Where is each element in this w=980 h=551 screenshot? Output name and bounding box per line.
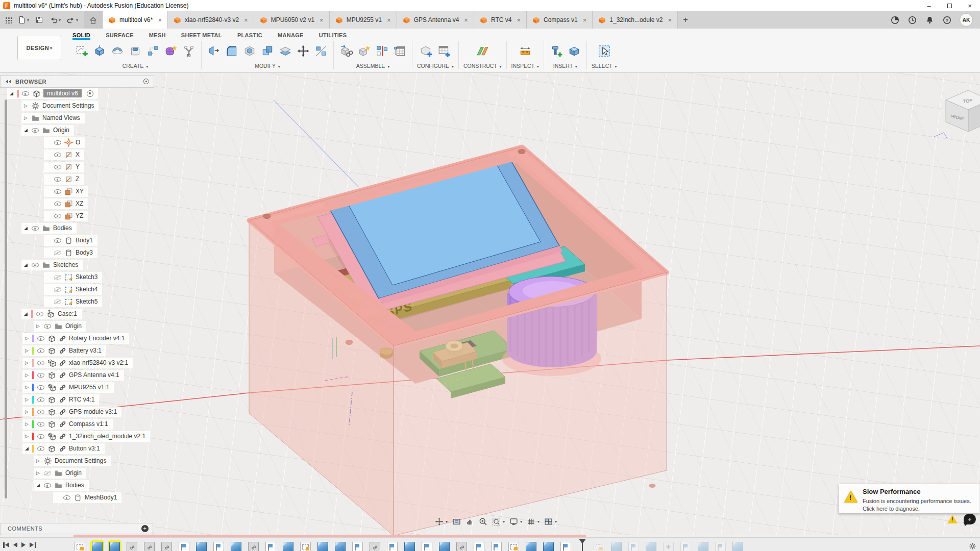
close-button[interactable]: × — [960, 0, 980, 11]
browser-item-label[interactable]: Body1 — [76, 237, 93, 244]
pipe-button[interactable] — [181, 42, 197, 60]
profile-avatar[interactable]: AK — [960, 13, 973, 27]
browser-item-label[interactable]: Compass v1:1 — [69, 420, 108, 428]
timeline-settings-gear-icon[interactable] — [969, 542, 976, 550]
browser-item-label[interactable]: Origin — [53, 127, 69, 134]
timeline-feature-flag-icon[interactable] — [628, 542, 639, 551]
measure-button[interactable] — [518, 42, 533, 60]
redo-icon[interactable]: ▾ — [65, 13, 80, 27]
timeline-feature-extrude-icon[interactable] — [231, 542, 241, 551]
browser-item-label[interactable]: Bodies — [53, 224, 72, 232]
expand-arrow-icon[interactable]: ▷ — [35, 458, 41, 463]
insert-mesh-button[interactable] — [567, 42, 582, 60]
visibility-eye-icon[interactable] — [31, 127, 39, 134]
feedback-chat-icon[interactable]: ≡ — [964, 514, 976, 524]
visibility-off-icon[interactable] — [54, 273, 62, 281]
browser-item-label[interactable]: MPU9255 v1:1 — [69, 384, 109, 391]
timeline-feature-extrude-icon[interactable] — [109, 542, 120, 551]
browser-row-origin[interactable]: ◢Origin — [0, 124, 74, 136]
expand-arrow-icon[interactable]: ◢ — [23, 311, 29, 316]
browser-row-sketches[interactable]: ◢Sketches — [0, 259, 83, 271]
browser-row-multitool-v6[interactable]: ◢multitool v6 — [0, 87, 98, 99]
visibility-eye-icon[interactable] — [31, 224, 39, 232]
browser-item-label[interactable]: multitool v6 — [43, 89, 82, 97]
browser-row-battery-v3-1[interactable]: ▷Battery v3:1 — [0, 344, 106, 357]
tab-close-icon[interactable]: × — [464, 16, 468, 24]
job-status-icon[interactable] — [890, 15, 899, 24]
timeline-feature-joint-icon[interactable] — [370, 542, 380, 551]
configuration-button[interactable] — [419, 42, 434, 60]
notification-bell-icon[interactable] — [925, 15, 934, 24]
browser-item-label[interactable]: MeshBody1 — [85, 494, 117, 501]
timeline-feature-extrude-icon[interactable] — [646, 542, 656, 551]
browser-scrollbar[interactable] — [5, 99, 7, 498]
browser-row-o[interactable]: O — [0, 136, 85, 148]
document-tab-6[interactable]: RTC v4× — [474, 11, 527, 29]
pattern-button[interactable] — [145, 42, 161, 60]
browser-row-gps-module-v3-1[interactable]: ▷GPS module v3:1 — [0, 406, 121, 418]
timeline-feature-extrude-icon[interactable] — [335, 542, 346, 551]
document-tab-5[interactable]: GPS Antenna v4× — [397, 11, 474, 29]
browser-item-label[interactable]: GPS module v3:1 — [69, 408, 117, 415]
browser-row-z[interactable]: Z — [0, 173, 84, 185]
ribbon-group-label[interactable]: CONSTRUCT ▾ — [463, 63, 502, 69]
notification-link[interactable]: Click here to diagnose. — [863, 506, 920, 512]
look-at-icon[interactable] — [452, 517, 461, 526]
browser-row-sketch5[interactable]: Sketch5 — [0, 295, 102, 308]
align-button[interactable] — [313, 42, 329, 60]
visibility-off-icon[interactable] — [54, 286, 62, 293]
view-cube[interactable]: TOP FRONT — [934, 90, 980, 139]
tab-close-icon[interactable]: × — [517, 16, 521, 24]
config-table-button[interactable] — [436, 42, 452, 60]
new-tab-button[interactable]: + — [678, 11, 693, 29]
expand-arrow-icon[interactable]: ◢ — [23, 128, 29, 133]
tab-close-icon[interactable]: × — [668, 16, 672, 24]
expand-arrow-icon[interactable]: ▷ — [24, 409, 30, 414]
tab-close-icon[interactable]: × — [158, 16, 162, 24]
minimize-button[interactable]: – — [919, 0, 939, 11]
3d-scene[interactable]: GPS — [0, 73, 980, 535]
timeline-feature-extrude-icon[interactable] — [196, 542, 207, 551]
browser-row-compass-v1-1[interactable]: ▷Compass v1:1 — [0, 418, 113, 430]
expand-arrow-icon[interactable]: ▷ — [23, 103, 29, 108]
timeline-feature-extrude-icon[interactable] — [92, 542, 103, 551]
browser-row-x[interactable]: X — [0, 148, 84, 161]
undo-icon[interactable]: ▾ — [47, 13, 63, 27]
visibility-eye-icon[interactable] — [54, 139, 62, 146]
visibility-eye-icon[interactable] — [54, 237, 62, 244]
visibility-off-icon[interactable] — [54, 298, 62, 306]
revolve-button[interactable] — [110, 42, 125, 60]
timeline-feature-flag-icon[interactable] — [491, 542, 502, 551]
ribbon-tab-sheet-metal[interactable]: SHEET METAL — [181, 32, 222, 40]
browser-row-sketch4[interactable]: Sketch4 — [0, 283, 102, 295]
fit-icon[interactable]: ▾ — [492, 517, 505, 526]
go-to-end-button[interactable] — [30, 541, 36, 548]
workspace-switcher[interactable]: DESIGN▾ — [17, 36, 61, 60]
browser-row-case-1[interactable]: ◢Case:1 — [0, 308, 82, 320]
visibility-eye-icon[interactable] — [63, 494, 71, 502]
ribbon-group-label[interactable]: CONFIGURE ▾ — [417, 63, 454, 69]
expand-arrow-icon[interactable]: ▷ — [24, 336, 30, 341]
home-tab[interactable] — [84, 11, 103, 29]
timeline-feature-sketch-icon[interactable] — [75, 542, 85, 551]
timeline-feature-sketch-icon[interactable] — [300, 542, 311, 551]
recent-data-icon[interactable] — [908, 15, 917, 24]
browser-row-gps-antenna-v4-1[interactable]: ▷GPS Antenna v4:1 — [0, 369, 124, 381]
visibility-eye-icon[interactable] — [37, 384, 45, 391]
browser-row-button-v3-1[interactable]: ◢Button v3:1 — [0, 442, 105, 455]
browser-item-label[interactable]: Bodies — [65, 482, 84, 489]
visibility-eye-icon[interactable] — [37, 359, 45, 367]
visibility-eye-icon[interactable] — [54, 188, 62, 195]
ribbon-group-label[interactable]: CREATE ▾ — [122, 63, 149, 69]
browser-item-label[interactable]: 1_32inch_oled_module v2:1 — [69, 433, 145, 440]
timeline-feature-joint-icon[interactable] — [456, 542, 467, 551]
visibility-eye-icon[interactable] — [36, 310, 44, 318]
fillet-button[interactable] — [224, 42, 239, 60]
document-tab-8[interactable]: 1_32inch...odule v2× — [593, 11, 678, 29]
visibility-eye-icon[interactable] — [54, 151, 62, 159]
shell-button[interactable] — [242, 42, 257, 60]
browser-item-label[interactable]: Case:1 — [58, 310, 77, 317]
visibility-eye-icon[interactable] — [37, 445, 45, 453]
browser-item-label[interactable]: RTC v4:1 — [69, 396, 94, 403]
offset-plane-button[interactable] — [475, 42, 490, 60]
